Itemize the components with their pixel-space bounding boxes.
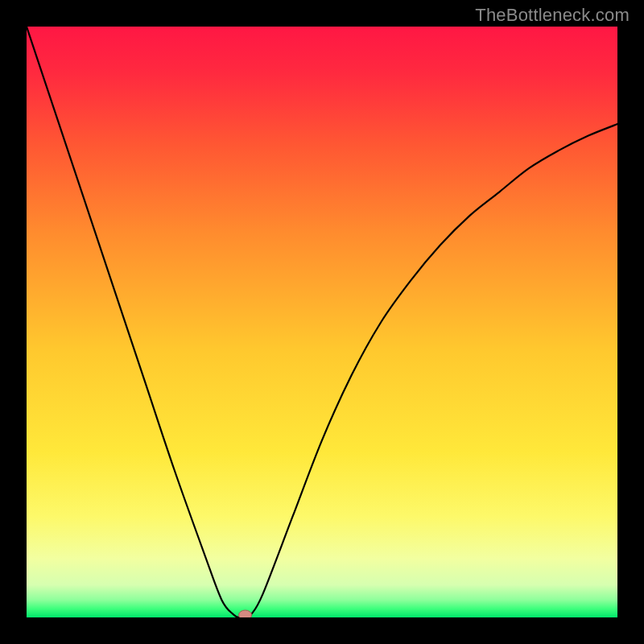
watermark-text: TheBottleneck.com: [475, 5, 630, 26]
chart-svg: [27, 27, 617, 617]
chart-frame: TheBottleneck.com: [0, 0, 644, 644]
plot-area: [27, 27, 617, 617]
optimal-marker: [239, 610, 252, 617]
gradient-background: [27, 27, 617, 617]
